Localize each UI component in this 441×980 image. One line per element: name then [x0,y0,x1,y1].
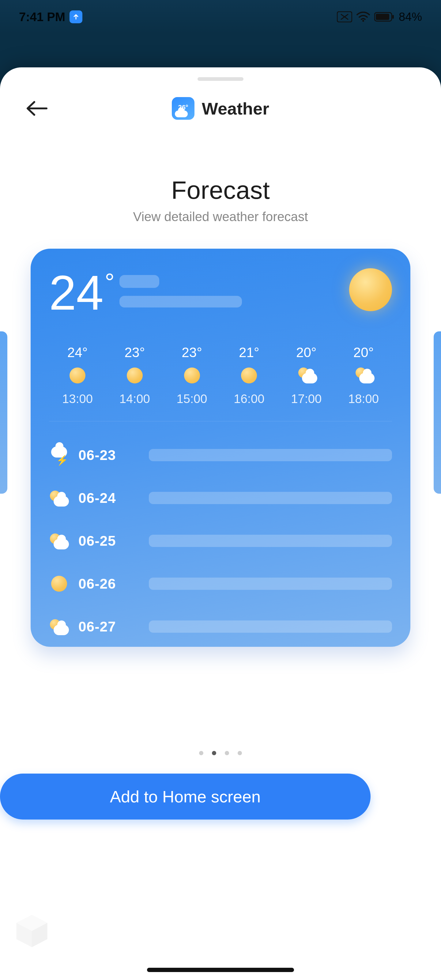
partly-cloudy-icon [49,619,69,635]
sun-icon [349,268,392,311]
back-button[interactable] [24,96,49,121]
hour-temp: 24° [50,345,105,360]
widget-picker-sheet: 26° Weather Forecast View detailed weath… [0,67,441,980]
temp-range-bar [149,578,392,590]
hour-slot: 20°17:00 [279,345,333,406]
day-date: 06-26 [78,576,140,592]
day-date: 06-25 [78,533,140,549]
storm-icon: ⚡ [49,447,69,464]
status-time: 7:41 PM [19,10,65,24]
hour-time: 13:00 [50,392,105,406]
day-row: 06-27 [49,605,392,648]
pager-dot[interactable] [238,751,242,755]
partly-cloudy-icon [49,533,69,549]
widget-name: Forecast [0,176,441,205]
hour-slot: 20°18:00 [336,345,391,406]
temp-range-bar [149,449,392,461]
pager-dot[interactable] [199,751,203,755]
wifi-icon [357,12,370,22]
pager-dot[interactable] [225,751,229,755]
partly-cloudy-icon [355,368,374,383]
hour-temp: 23° [165,345,219,360]
day-date: 06-27 [78,618,140,635]
day-date: 06-23 [78,447,140,463]
sheet-grabber[interactable] [197,77,244,81]
sim-card-icon [337,11,352,22]
forecast-widget-preview: 24° 24°13:0023°14:0023°15:0021°16:0020°1… [30,249,411,647]
day-row: 06-26 [49,562,392,605]
status-bar: 7:41 PM 84% [0,0,441,34]
day-row: 06-24 [49,477,392,519]
sheet-header: 26° Weather [0,81,441,136]
day-date: 06-24 [78,490,140,506]
hour-slot: 23°15:00 [165,345,219,406]
sheet-title: Weather [202,99,269,119]
hour-time: 17:00 [279,392,333,406]
hour-slot: 21°16:00 [222,345,276,406]
page-indicator [0,751,441,755]
sun-icon [51,576,67,592]
watermark-icon [13,913,50,950]
next-widget-peek[interactable] [434,331,441,494]
pager-dot[interactable] [212,751,216,755]
temp-range-bar [149,620,392,633]
hour-time: 15:00 [165,392,219,406]
svg-point-1 [362,20,364,22]
battery-icon [374,12,395,22]
weather-app-icon: 26° [172,97,194,120]
current-temp: 24° [49,268,115,317]
location-placeholder [119,275,242,317]
sun-icon [184,368,200,383]
add-to-home-button[interactable]: Add to Home screen [0,773,371,819]
hour-temp: 20° [279,345,333,360]
home-indicator[interactable] [147,968,294,972]
temp-range-bar [149,492,392,504]
svg-rect-3 [376,14,389,20]
sun-icon [127,368,143,383]
partly-cloudy-icon [298,368,317,383]
temp-range-bar [149,535,392,547]
widget-description: View detailed weather forecast [0,210,441,224]
upload-indicator-icon [70,10,83,23]
battery-percent: 84% [399,10,422,24]
hour-temp: 21° [222,345,276,360]
hour-time: 18:00 [336,392,391,406]
hourly-forecast: 24°13:0023°14:0023°15:0021°16:0020°17:00… [49,345,392,422]
hour-time: 14:00 [108,392,162,406]
hour-time: 16:00 [222,392,276,406]
day-row: 06-25 [49,519,392,562]
hour-temp: 20° [336,345,391,360]
hour-slot: 23°14:00 [108,345,162,406]
day-row: ⚡06-23 [49,434,392,477]
hour-temp: 23° [108,345,162,360]
hour-slot: 24°13:00 [50,345,105,406]
sun-icon [241,368,257,383]
svg-rect-4 [392,15,394,19]
daily-forecast: ⚡06-2306-2406-2506-2606-27 [49,434,392,648]
widget-preview-carousel[interactable]: 24° 24°13:0023°14:0023°15:0021°16:0020°1… [0,249,441,647]
partly-cloudy-icon [49,491,69,506]
widget-hero: Forecast View detailed weather forecast [0,176,441,224]
prev-widget-peek[interactable] [0,331,7,494]
sun-icon [70,368,86,383]
